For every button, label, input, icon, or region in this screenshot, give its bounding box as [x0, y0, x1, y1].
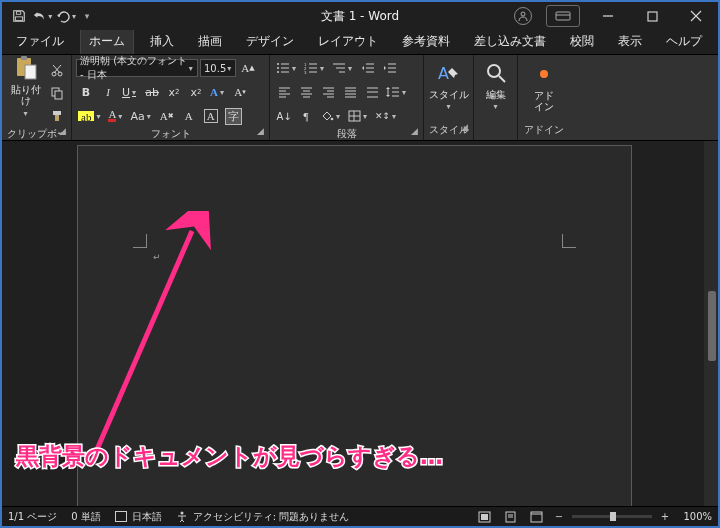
svg-point-67 — [331, 118, 334, 121]
paragraph-mark: ↵ — [153, 252, 161, 262]
tab-insert[interactable]: 挿入 — [142, 28, 182, 54]
group-addins: アド イン アドイン — [518, 55, 570, 140]
svg-text:A: A — [438, 64, 449, 83]
focus-view-button[interactable] — [474, 509, 494, 525]
show-marks-button[interactable]: ¶ — [296, 106, 316, 126]
ribbon-display-button[interactable] — [546, 5, 580, 27]
tab-layout[interactable]: レイアウト — [310, 28, 386, 54]
group-paragraph: ▾ 123▾ ▾ ▾ A↓ ¶ ▾ ▾ ✕↕▾ 段落◢ — [270, 55, 424, 140]
minimize-button[interactable] — [586, 2, 630, 30]
cut-button[interactable] — [47, 60, 67, 80]
save-button[interactable] — [8, 4, 30, 28]
zoom-out-button[interactable]: − — [552, 509, 566, 525]
phonetic-button[interactable]: A — [179, 106, 199, 126]
align-center-button[interactable] — [296, 82, 316, 102]
chevron-down-icon: ▾ — [493, 102, 497, 111]
decrease-font-button[interactable]: A▾ — [230, 82, 250, 102]
numbering-button[interactable]: 123▾ — [302, 58, 328, 78]
tab-references[interactable]: 参考資料 — [394, 28, 458, 54]
tab-mailings[interactable]: 差し込み文書 — [466, 28, 554, 54]
redo-button[interactable]: ▾ — [56, 4, 78, 28]
align-justify-button[interactable] — [340, 82, 360, 102]
status-page[interactable]: 1/1 ページ — [8, 510, 57, 524]
sort-button[interactable]: A↓ — [274, 106, 294, 126]
svg-rect-22 — [55, 115, 59, 121]
zoom-level[interactable]: 100% — [678, 511, 712, 522]
svg-text:3: 3 — [304, 70, 307, 74]
close-button[interactable] — [674, 2, 718, 30]
status-bar: 1/1 ページ 0 単語 日本語 アクセシビリティ: 問題ありません − + 1… — [2, 506, 718, 526]
addins-button[interactable]: アド イン — [522, 58, 566, 114]
tab-file[interactable]: ファイル — [8, 28, 72, 54]
enclose-button[interactable]: A — [201, 106, 221, 126]
zoom-slider-thumb[interactable] — [610, 512, 616, 521]
multilevel-button[interactable]: ▾ — [330, 58, 356, 78]
superscript-button[interactable]: x2 — [186, 82, 206, 102]
clear-format-button[interactable]: A✖ — [157, 106, 177, 126]
copy-button[interactable] — [47, 83, 67, 103]
dialog-launcher[interactable]: ◢ — [461, 122, 468, 132]
char-shading-button[interactable]: 字 — [223, 106, 244, 126]
distribute-button[interactable] — [362, 82, 382, 102]
change-case-button[interactable]: Aa▾ — [128, 106, 154, 126]
editing-button[interactable]: 編集▾ — [478, 58, 513, 114]
borders-icon — [348, 110, 361, 122]
zoom-slider[interactable] — [572, 515, 652, 518]
status-language[interactable]: 日本語 — [115, 510, 162, 524]
line-spacing-button[interactable]: ▾ — [384, 82, 410, 102]
paste-button[interactable]: 貼り付け ▾ — [6, 58, 45, 114]
chevron-down-icon: ▾ — [22, 109, 30, 118]
tab-view[interactable]: 表示 — [610, 28, 650, 54]
group-label: スタイル◢ — [428, 122, 469, 139]
web-layout-button[interactable] — [526, 509, 546, 525]
font-size-combo[interactable]: 10.5▾ — [200, 59, 236, 77]
format-painter-button[interactable] — [47, 106, 67, 126]
undo-button[interactable]: ▾ — [32, 4, 54, 28]
bold-button[interactable]: B — [76, 82, 96, 102]
tab-help[interactable]: ヘルプ — [658, 28, 710, 54]
styles-icon: A — [436, 60, 462, 86]
increase-font-button[interactable]: A▲ — [238, 58, 258, 78]
asian-layout-button[interactable]: ✕↕▾ — [373, 106, 400, 126]
borders-button[interactable]: ▾ — [346, 106, 371, 126]
zoom-in-button[interactable]: + — [658, 509, 672, 525]
svg-rect-0 — [16, 12, 20, 15]
subscript-button[interactable]: x2 — [164, 82, 184, 102]
dialog-launcher[interactable]: ◢ — [411, 126, 418, 136]
italic-button[interactable]: I — [98, 82, 118, 102]
strikethrough-button[interactable]: ab — [142, 82, 162, 102]
addins-icon — [531, 61, 557, 87]
tab-design[interactable]: デザイン — [238, 28, 302, 54]
tab-draw[interactable]: 描画 — [190, 28, 230, 54]
print-layout-button[interactable] — [500, 509, 520, 525]
account-button[interactable] — [506, 2, 540, 30]
tab-home[interactable]: ホーム — [80, 27, 134, 54]
highlight-button[interactable]: ab▾ — [76, 106, 104, 126]
ribbon: 貼り付け ▾ クリップボード◢ 游明朝 (本文のフォント - 日本▾ 10.5▾… — [2, 55, 718, 141]
align-left-button[interactable] — [274, 82, 294, 102]
group-label — [478, 125, 513, 139]
document-page[interactable]: ↵ — [77, 145, 632, 506]
decrease-indent-button[interactable] — [358, 58, 378, 78]
text-effects-button[interactable]: A▾ — [208, 82, 228, 102]
status-word-count[interactable]: 0 単語 — [71, 510, 101, 524]
document-scroll-area[interactable]: ↵ — [2, 141, 704, 506]
bullets-button[interactable]: ▾ — [274, 58, 300, 78]
user-icon — [514, 7, 532, 25]
underline-button[interactable]: U▾ — [120, 82, 140, 102]
increase-indent-button[interactable] — [380, 58, 400, 78]
maximize-button[interactable] — [630, 2, 674, 30]
styles-button[interactable]: A スタイル▾ — [428, 58, 469, 114]
tab-review[interactable]: 校閲 — [562, 28, 602, 54]
dialog-launcher[interactable]: ◢ — [59, 126, 66, 136]
vertical-scrollbar[interactable] — [704, 141, 718, 506]
align-right-button[interactable] — [318, 82, 338, 102]
status-accessibility[interactable]: アクセシビリティ: 問題ありません — [176, 510, 350, 524]
font-color-button[interactable]: A▾ — [106, 106, 126, 126]
qat-customize-button[interactable]: ▾ — [80, 4, 94, 28]
font-name-combo[interactable]: 游明朝 (本文のフォント - 日本▾ — [76, 59, 198, 77]
shading-button[interactable]: ▾ — [318, 106, 344, 126]
multilevel-icon — [332, 62, 346, 74]
dialog-launcher[interactable]: ◢ — [257, 126, 264, 136]
scrollbar-thumb[interactable] — [708, 291, 716, 361]
